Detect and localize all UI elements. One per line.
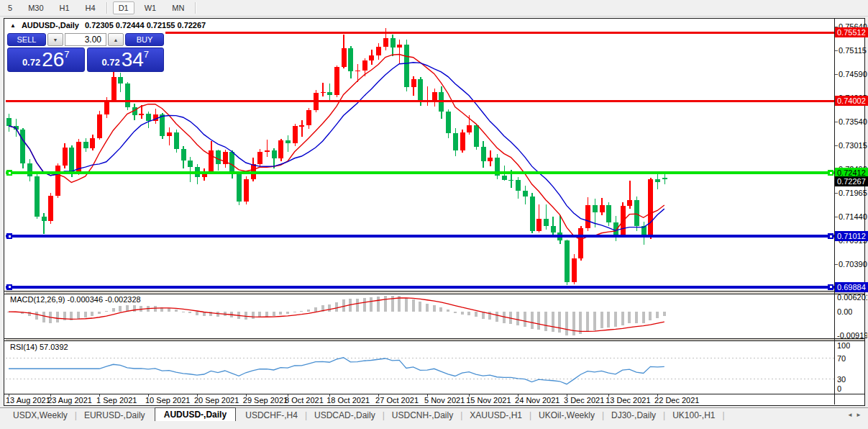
volume-input[interactable]: 3.00: [65, 33, 106, 46]
rsi-scale-label: 30: [837, 375, 846, 384]
timeframe-button-5[interactable]: 5: [2, 1, 18, 14]
one-click-trade-panel: SELL ▼ 3.00 ▲ BUY 0.72 26 7 0.72 34 7: [7, 33, 164, 73]
sell-price-point: 7: [64, 50, 69, 59]
time-tick-label: 3 Dec 2021: [564, 396, 604, 405]
time-tick-label: 1 Sep 2021: [96, 396, 137, 405]
sell-price-button[interactable]: 0.72 26 7: [7, 48, 85, 72]
price-tick-label: 0.73540: [839, 117, 867, 126]
price-tick-label: 0.73015: [839, 141, 867, 150]
timeframe-button-h1[interactable]: H1: [54, 1, 76, 14]
macd-top-border: [4, 294, 864, 294]
time-tick-label: 10 Sep 2021: [145, 396, 190, 405]
timeframe-button-mn[interactable]: MN: [166, 1, 190, 14]
main-plot-bottom-border: [4, 291, 864, 292]
price-tick-mark: [835, 145, 838, 146]
chart-tab-eurusddaily[interactable]: EURUSD-,Daily: [77, 410, 152, 421]
rsi-caption: RSI(14) 57.0392: [10, 343, 68, 351]
mt-terminal: { "toolbar": { "timeframes": ["5","M30",…: [0, 0, 868, 429]
rsi-bottom-border: [4, 394, 864, 394]
time-tick-label: 20 Sep 2021: [194, 396, 239, 405]
tab-scroll-right-icon[interactable]: ►: [856, 412, 862, 418]
macd-scale-label: 0.006201: [837, 293, 867, 302]
price-tick-mark: [835, 122, 838, 122]
macd-scale-label: 0.00: [837, 307, 852, 316]
tab-separator: |: [723, 410, 725, 420]
time-tick-label: 18 Oct 2021: [326, 396, 370, 405]
tab-scroll-left-icon[interactable]: ◄: [847, 412, 853, 418]
sell-button[interactable]: SELL: [7, 33, 46, 46]
chart-ohlc-values: 0.72305 0.72444 0.72155 0.72267: [85, 21, 206, 30]
volume-decrease-button[interactable]: ▼: [47, 33, 63, 46]
line-handle[interactable]: [6, 233, 12, 239]
window-collapse-icon[interactable]: ▲: [10, 22, 16, 29]
price-badge-0.71012: 0.71012: [835, 231, 868, 241]
chart-tab-usdcnhdaily[interactable]: USDCNH-,Daily: [385, 410, 460, 421]
price-badge-0.74002: 0.74002: [835, 96, 868, 106]
macd-caption: MACD(12,26,9) -0.000346 -0.002328: [10, 295, 141, 304]
price-badge-0.69884: 0.69884: [835, 282, 868, 292]
volume-increase-button[interactable]: ▲: [108, 33, 124, 46]
buy-button[interactable]: BUY: [125, 33, 164, 46]
time-tick-label: 5 Nov 2021: [424, 396, 465, 405]
price-tick-label: 0.74590: [839, 70, 867, 78]
time-tick-label: 22 Dec 2021: [654, 396, 699, 405]
timeframe-button-h4[interactable]: H4: [80, 1, 101, 14]
line-handle[interactable]: [828, 233, 833, 239]
chart-tab-usdxweekly[interactable]: USDX,Weekly: [6, 410, 75, 421]
buy-price-point: 7: [144, 50, 149, 59]
buy-price-pips: 34: [122, 50, 144, 70]
timeframe-toolbar: 5M30H1H4D1W1MN: [0, 0, 868, 17]
spinner-down-icon: ▼: [53, 37, 58, 42]
toolbar-separator: [195, 2, 196, 14]
time-tick-label: 29 Sep 2021: [243, 396, 288, 405]
time-tick-label: 27 Oct 2021: [375, 396, 419, 405]
time-tick-label: 23 Aug 2021: [47, 396, 92, 405]
chart-tab-uk100h1[interactable]: UK100-,H1: [665, 410, 722, 421]
price-badge-0.75512: 0.75512: [835, 27, 868, 37]
timeframe-button-w1[interactable]: W1: [139, 1, 163, 14]
price-tick-label: 0.71440: [839, 212, 867, 221]
macd-scale-label: -0.009197: [837, 331, 867, 340]
toolbar-separator: [106, 2, 108, 14]
time-tick-label: 8 Oct 2021: [285, 396, 324, 405]
time-tick-label: 13 Aug 2021: [6, 396, 50, 405]
line-handle[interactable]: [828, 284, 833, 290]
spinner-up-icon: ▲: [114, 37, 119, 42]
buy-price-button[interactable]: 0.72 34 7: [87, 48, 165, 72]
timeframe-button-m30[interactable]: M30: [22, 1, 49, 14]
price-tick-mark: [835, 74, 838, 75]
chart-tab-audusddaily[interactable]: AUDUSD-,Daily: [155, 407, 236, 422]
rsi-plot[interactable]: [6, 340, 834, 394]
price-tick-label: 0.75115: [839, 46, 867, 55]
time-tick-label: 13 Dec 2021: [606, 396, 650, 405]
time-tick-label: 15 Nov 2021: [466, 396, 511, 405]
chart-tab-ukoilweekly[interactable]: UKOil-,Weekly: [531, 410, 602, 421]
chart-tab-xauusdh1[interactable]: XAUUSD-,H1: [462, 410, 529, 421]
chart-tab-usdchfh4[interactable]: USDCHF-,H4: [238, 410, 305, 421]
chart-tab-dj30daily[interactable]: DJ30-,Daily: [604, 410, 663, 421]
chart-title: ▲ AUDUSD-,Daily 0.72305 0.72444 0.72155 …: [10, 21, 206, 30]
sell-price-prefix: 0.72: [22, 55, 40, 70]
price-badge-0.72267: 0.72267: [835, 176, 868, 186]
rsi-top-border: [4, 340, 864, 341]
price-tick-mark: [835, 193, 838, 194]
chart-tab-usdcaddaily[interactable]: USDCAD-,Daily: [307, 410, 383, 421]
sell-price-pips: 26: [42, 50, 64, 70]
price-tick-mark: [835, 50, 838, 51]
timeframe-button-d1[interactable]: D1: [113, 1, 134, 14]
rsi-scale-label: 0: [837, 384, 841, 393]
rsi-scale-label: 70: [837, 354, 846, 363]
line-handle[interactable]: [6, 170, 12, 176]
price-axis-border: [834, 19, 835, 405]
price-tick-label: 0.71965: [839, 189, 867, 197]
chart-symbol-label: AUDUSD-,Daily: [22, 21, 79, 30]
line-handle[interactable]: [6, 284, 12, 290]
buy-price-prefix: 0.72: [101, 55, 119, 70]
rsi-scale-label: 100: [837, 341, 850, 350]
status-bar: [0, 421, 868, 429]
price-tick-label: 0.70390: [839, 260, 867, 268]
time-tick-label: 24 Nov 2021: [515, 396, 559, 405]
price-tick-mark: [835, 264, 838, 265]
line-handle[interactable]: [828, 170, 833, 176]
price-tick-mark: [835, 217, 838, 217]
